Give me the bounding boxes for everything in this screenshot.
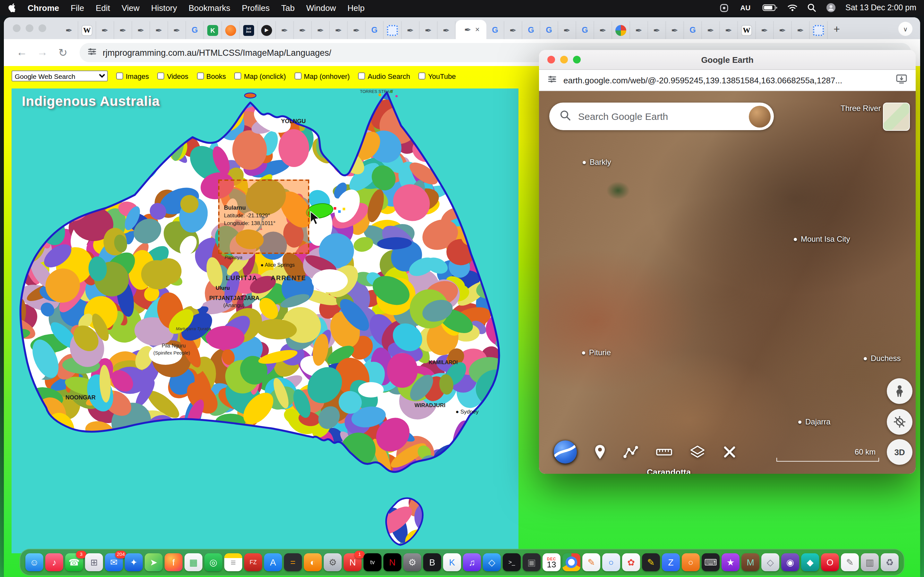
browser-tab-google-26[interactable]: G (540, 21, 558, 39)
browser-tab-pen-32[interactable]: ✒ (648, 21, 666, 39)
google-earth-address-bar[interactable]: earth.google.com/web/@-20.9595245,139.13… (539, 70, 916, 91)
layers-icon[interactable] (690, 445, 705, 459)
dock-finder[interactable]: ☺ (25, 553, 43, 571)
google-earth-titlebar[interactable]: Google Earth (539, 50, 916, 70)
dock-calendar[interactable]: DEC13 (543, 553, 561, 571)
dock-news[interactable]: N1 (344, 553, 362, 571)
input-source-badge[interactable]: AU (738, 3, 752, 12)
earth-logo-icon[interactable] (554, 440, 577, 464)
browser-tab-google-7[interactable]: G (186, 21, 204, 39)
toggle-3d-button[interactable]: 3D (887, 439, 913, 465)
back-button[interactable]: ← (13, 46, 31, 59)
dock-terminal[interactable]: >_ (503, 553, 521, 571)
checkbox-input[interactable] (294, 73, 301, 79)
browser-tab-pen-0[interactable]: ✒ (60, 21, 78, 39)
menu-item-view[interactable]: View (121, 3, 140, 13)
browser-tab-pen-5[interactable]: ✒ (150, 21, 168, 39)
browser-tab-pen-31[interactable]: ✒ (630, 21, 648, 39)
site-settings-icon[interactable] (87, 47, 97, 59)
menu-item-profiles[interactable]: Profiles (242, 3, 270, 13)
dock-trash[interactable]: ♻ (881, 553, 899, 571)
browser-tab-wiki-37[interactable]: W (738, 21, 756, 39)
dock-firefox[interactable]: f (165, 553, 183, 571)
browser-tab-pen-16[interactable]: ✒ (348, 21, 366, 39)
checkbox-books[interactable]: Books (197, 72, 226, 80)
browser-tab-pen-3[interactable]: ✒ (114, 21, 132, 39)
browser-tab-google-28[interactable]: G (576, 21, 594, 39)
browser-tab-google-23[interactable]: G (486, 21, 504, 39)
dock-textedit[interactable]: ✎ (841, 553, 859, 571)
dock-keynote[interactable]: K (443, 553, 461, 571)
dock-dropbox[interactable]: ◇ (483, 553, 501, 571)
browser-tab-pen-33[interactable]: ✒ (666, 21, 684, 39)
browser-tab-pen-2[interactable]: ✒ (96, 21, 114, 39)
menubar-extra-icon[interactable] (719, 3, 729, 13)
browser-tab-photos-30[interactable] (612, 21, 630, 39)
menu-item-history[interactable]: History (151, 3, 177, 13)
dock-chrome[interactable] (562, 553, 580, 571)
dock-pixelmator[interactable]: ✎ (642, 553, 660, 571)
menu-item-window[interactable]: Window (306, 3, 336, 13)
browser-tab-play-11[interactable]: ▶ (258, 21, 276, 39)
browser-tab-wiki-1[interactable]: W (78, 21, 96, 39)
satellite-view[interactable]: Search Google Earth Three RiverBarklyMou… (539, 91, 916, 474)
browser-tab-dotted-18[interactable] (384, 21, 402, 39)
browser-tab-pen-27[interactable]: ✒ (558, 21, 576, 39)
battery-icon[interactable] (762, 4, 777, 11)
dock-maps[interactable]: ➤ (145, 553, 163, 571)
checkbox-youtube[interactable]: YouTube (418, 72, 456, 80)
browser-tab-google-17[interactable]: G (366, 21, 384, 39)
dock-final-cut[interactable]: ◉ (781, 553, 799, 571)
menu-item-bookmarks[interactable]: Bookmarks (189, 3, 230, 13)
path-tool-icon[interactable] (623, 445, 638, 459)
window-controls[interactable] (548, 56, 581, 63)
checkbox-audio-search[interactable]: Audio Search (358, 72, 410, 80)
dock-swift-playgrounds[interactable]: ◐ (304, 553, 322, 571)
browser-tab-britbox-10[interactable]: britbox (240, 21, 258, 39)
browser-tab-pen-6[interactable]: ✒ (168, 21, 186, 39)
browser-tab-pen-22[interactable]: ✒× (456, 20, 486, 39)
user-switcher-icon[interactable] (825, 3, 836, 13)
checkbox-map-onclick-[interactable]: Map (onclick) (234, 72, 286, 80)
browser-tab-pen-14[interactable]: ✒ (312, 21, 330, 39)
dock-preview[interactable]: ○ (602, 553, 620, 571)
reload-button[interactable]: ↻ (54, 46, 72, 59)
apple-menu-icon[interactable] (8, 3, 16, 13)
dock-photos[interactable]: ✿ (622, 553, 640, 571)
checkbox-input[interactable] (234, 73, 241, 79)
dock-netflix[interactable]: N (383, 553, 401, 571)
search-engine-select[interactable]: Google Web Search (11, 71, 108, 81)
browser-tab-pen-24[interactable]: ✒ (504, 21, 522, 39)
dock-silver-app[interactable]: ◇ (761, 553, 779, 571)
checkbox-images[interactable]: Images (116, 72, 149, 80)
dock-archive-app[interactable]: ▥ (861, 553, 879, 571)
dock-messages[interactable]: ☎3 (65, 553, 83, 571)
checkbox-videos[interactable]: Videos (157, 72, 188, 80)
dock-filezilla[interactable]: FZ (244, 553, 262, 571)
wifi-icon[interactable] (787, 4, 797, 11)
forward-button[interactable]: → (33, 46, 51, 59)
new-tab-button[interactable]: + (834, 23, 840, 36)
browser-tab-google-34[interactable]: G (684, 21, 702, 39)
dock-app-store[interactable]: A (264, 553, 282, 571)
dock-system-settings[interactable]: ⚙ (403, 553, 421, 571)
browser-tab-pen-4[interactable]: ✒ (132, 21, 150, 39)
browser-tab-pen-29[interactable]: ✒ (594, 21, 612, 39)
menu-bar-clock[interactable]: Sat 13 Dec 2:00 pm (845, 3, 916, 12)
menu-item-help[interactable]: Help (347, 3, 365, 13)
menu-item-edit[interactable]: Edit (95, 3, 110, 13)
checkbox-input[interactable] (116, 73, 123, 79)
edit-tools-icon[interactable] (722, 445, 737, 459)
account-avatar[interactable] (749, 105, 771, 127)
checkbox-input[interactable] (197, 73, 204, 79)
dock-notes[interactable]: ≡ (224, 553, 242, 571)
placemark-pin-icon[interactable] (594, 444, 606, 460)
dock-automator[interactable]: ⚙ (324, 553, 342, 571)
checkbox-input[interactable] (418, 73, 425, 79)
earth-search-bar[interactable]: Search Google Earth (549, 103, 774, 130)
dock-launchpad[interactable]: ⊞ (85, 553, 103, 571)
menu-item-file[interactable]: File (71, 3, 84, 13)
browser-tab-orange-9[interactable] (222, 21, 240, 39)
dock-numbers[interactable]: ▦ (184, 553, 202, 571)
dock-ipod-app[interactable]: ♫ (463, 553, 481, 571)
